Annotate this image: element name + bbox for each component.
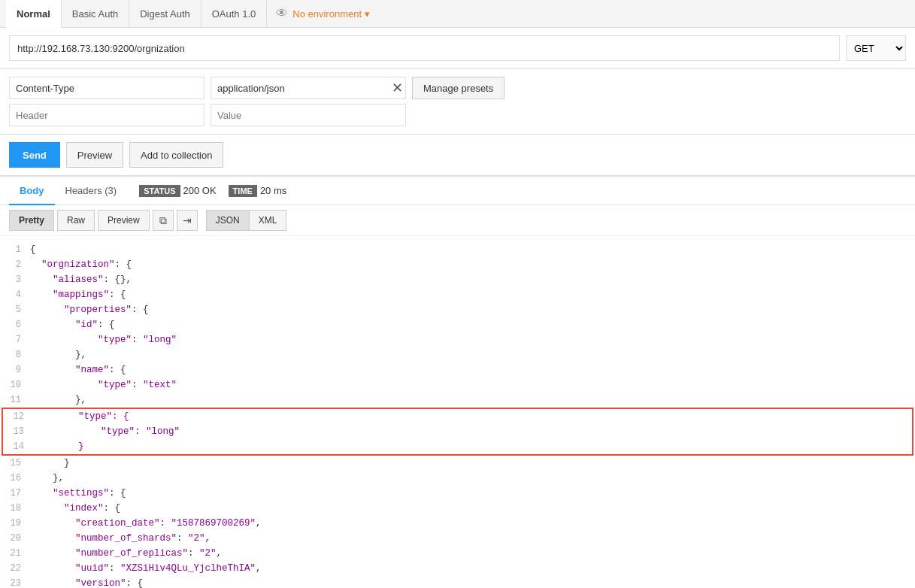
preview-code-button[interactable]: Preview	[98, 210, 150, 231]
line-content: {	[30, 242, 915, 257]
add-collection-button[interactable]: Add to collection	[129, 142, 223, 168]
url-bar: GET POST PUT DELETE PATCH HEAD OPTIONS	[0, 28, 915, 69]
clear-header-button[interactable]: ✕	[392, 81, 403, 95]
tab-oauth[interactable]: OAuth 1.0	[201, 0, 268, 28]
env-selector[interactable]: No environment ▾	[292, 8, 370, 20]
tab-headers[interactable]: Headers (3)	[55, 177, 128, 205]
highlighted-block: 12 "type": {13 "type": "long"14 }	[2, 408, 913, 456]
json-format-button[interactable]: JSON	[206, 210, 250, 231]
chevron-down-icon: ▾	[365, 8, 370, 20]
line-number: 7	[0, 332, 30, 347]
line-number: 14	[3, 439, 33, 454]
line-content: "orgnization": {	[30, 257, 915, 272]
status-badge: STATUS 200 OK TIME 20 ms	[139, 185, 286, 197]
line-number: 20	[0, 531, 30, 546]
code-line: 11 },	[0, 393, 915, 408]
code-line: 4 "mappings": {	[0, 287, 915, 302]
line-content: "type": {	[33, 409, 912, 424]
xml-format-button[interactable]: XML	[249, 210, 287, 231]
code-line: 8 },	[0, 347, 915, 362]
tab-digest-auth[interactable]: Digest Auth	[129, 0, 201, 28]
header-key-placeholder[interactable]	[9, 104, 205, 126]
line-content: }	[30, 456, 915, 471]
line-number: 4	[0, 287, 30, 302]
line-number: 9	[0, 362, 30, 377]
header-value-placeholder[interactable]	[211, 104, 406, 126]
line-number: 22	[0, 561, 30, 576]
manage-presets-button[interactable]: Manage presets	[412, 77, 504, 99]
line-content: },	[30, 393, 915, 408]
code-line: 16 },	[0, 471, 915, 486]
headers-section: ✕ Manage presets	[0, 69, 915, 135]
raw-button[interactable]: Raw	[57, 210, 95, 231]
line-number: 8	[0, 347, 30, 362]
line-number: 13	[3, 424, 33, 439]
time-value: 20 ms	[260, 185, 286, 196]
code-line: 3 "aliases": {},	[0, 272, 915, 287]
code-line: 2 "orgnization": {	[0, 257, 915, 272]
line-number: 5	[0, 302, 30, 317]
line-content: "aliases": {},	[30, 272, 915, 287]
line-content: "type": "text"	[30, 377, 915, 393]
status-value: 200 OK	[183, 185, 217, 196]
pretty-button[interactable]: Pretty	[9, 210, 54, 231]
copy-icon[interactable]: ⧉	[153, 210, 174, 231]
line-number: 2	[0, 257, 30, 272]
line-number: 21	[0, 546, 30, 561]
line-number: 16	[0, 471, 30, 486]
eye-icon[interactable]: 👁	[276, 7, 288, 20]
preview-button[interactable]: Preview	[66, 142, 123, 168]
line-content: "type": "long"	[30, 332, 915, 347]
code-line: 14 }	[3, 439, 912, 454]
header-key-input[interactable]	[9, 77, 205, 99]
code-line: 12 "type": {	[3, 409, 912, 424]
code-line: 5 "properties": {	[0, 302, 915, 317]
code-line: 22 "uuid": "XZSiHiv4QLu_YjclheThIA",	[0, 561, 915, 576]
code-line: 23 "version": {	[0, 576, 915, 588]
header-val-wrapper: ✕	[211, 77, 406, 99]
line-content: "creation_date": "1587869700269",	[30, 516, 915, 531]
code-line: 1{	[0, 242, 915, 257]
header-value-input[interactable]	[211, 77, 406, 99]
response-tabs-bar: Body Headers (3) STATUS 200 OK TIME 20 m…	[0, 177, 915, 205]
header-placeholder-row	[9, 104, 906, 126]
line-number: 12	[3, 409, 33, 424]
line-content: },	[30, 347, 915, 362]
code-line: 19 "creation_date": "1587869700269",	[0, 516, 915, 531]
send-button[interactable]: Send	[9, 142, 60, 168]
code-line: 13 "type": "long"	[3, 424, 912, 439]
line-content: "number_of_replicas": "2",	[30, 546, 915, 561]
header-row-content-type: ✕ Manage presets	[9, 77, 906, 99]
line-number: 15	[0, 456, 30, 471]
url-input[interactable]	[9, 35, 840, 61]
time-label: TIME	[229, 185, 257, 197]
tab-body[interactable]: Body	[9, 177, 55, 205]
line-content: "index": {	[30, 501, 915, 516]
line-content: "settings": {	[30, 486, 915, 501]
indent-icon[interactable]: ⇥	[177, 210, 198, 231]
tab-basic-auth[interactable]: Basic Auth	[62, 0, 129, 28]
status-label: STATUS	[139, 185, 180, 197]
code-line: 20 "number_of_shards": "2",	[0, 531, 915, 546]
line-content: }	[33, 439, 912, 454]
format-buttons: JSON XML	[207, 210, 287, 231]
line-number: 1	[0, 242, 30, 257]
code-line: 18 "index": {	[0, 501, 915, 516]
code-line: 10 "type": "text"	[0, 377, 915, 393]
line-number: 17	[0, 486, 30, 501]
line-number: 3	[0, 272, 30, 287]
tab-normal[interactable]: Normal	[6, 0, 62, 28]
line-number: 11	[0, 393, 30, 408]
action-bar: Send Preview Add to collection	[0, 135, 915, 177]
line-content: "properties": {	[30, 302, 915, 317]
line-content: "id": {	[30, 317, 915, 332]
code-line: 17 "settings": {	[0, 486, 915, 501]
line-content: "mappings": {	[30, 287, 915, 302]
line-number: 6	[0, 317, 30, 332]
line-number: 10	[0, 377, 30, 393]
code-area: 1{2 "orgnization": {3 "aliases": {},4 "m…	[0, 236, 915, 588]
nav-bar: Normal Basic Auth Digest Auth OAuth 1.0 …	[0, 0, 915, 28]
code-line: 9 "name": {	[0, 362, 915, 377]
line-content: "number_of_shards": "2",	[30, 531, 915, 546]
method-select[interactable]: GET POST PUT DELETE PATCH HEAD OPTIONS	[846, 35, 906, 61]
